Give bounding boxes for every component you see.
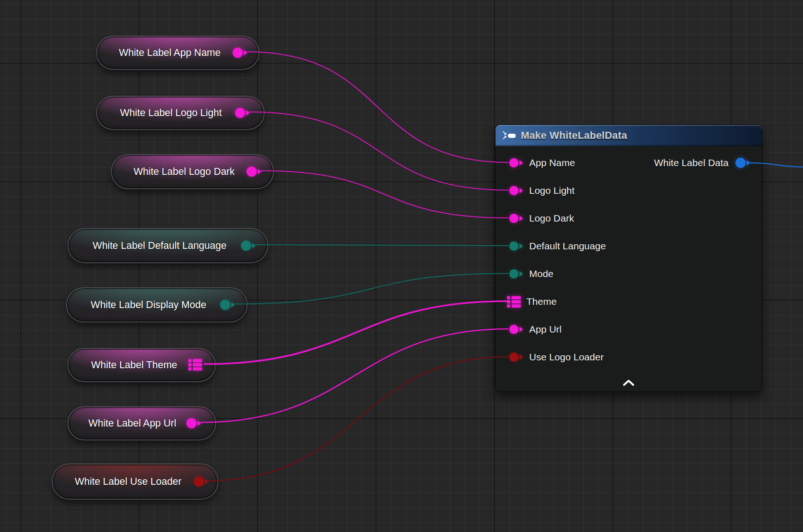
chevron-up-icon: [622, 379, 636, 386]
output-pin-icon[interactable]: [735, 156, 751, 169]
variable-node-white-label-app-url[interactable]: White Label App Url: [68, 406, 216, 440]
input-pin-label: Use Logo Loader: [529, 352, 604, 363]
input-pin-row-logo-dark: Logo Dark: [495, 204, 574, 232]
input-pin-label: App Name: [529, 157, 575, 168]
input-pin-row-app-url: App Url: [495, 315, 562, 343]
output-pin-row-white-label-data: White Label Data: [654, 149, 751, 177]
node-header[interactable]: ↘↗ Make WhiteLabelData: [495, 125, 762, 146]
input-pin-icon[interactable]: [508, 351, 524, 363]
wire-2[interactable]: [261, 171, 508, 218]
variable-node-label: White Label Display Mode: [79, 288, 218, 322]
variable-node-label: White Label App Name: [109, 37, 230, 69]
input-pin-label: Theme: [526, 296, 556, 307]
variable-output-pin-icon[interactable]: [232, 46, 248, 59]
variable-output-pin-icon[interactable]: [193, 475, 209, 488]
input-pin-icon[interactable]: [508, 323, 524, 335]
input-pin-row-theme: Theme: [495, 288, 556, 315]
make-struct-icon: ↘↗: [502, 131, 516, 140]
variable-node-label: White Label Theme: [80, 349, 188, 381]
node-title: Make WhiteLabelData: [521, 130, 627, 142]
variable-node-white-label-theme[interactable]: White Label Theme: [68, 348, 216, 382]
wire-4[interactable]: [235, 273, 508, 304]
variable-node-white-label-app-name[interactable]: White Label App Name: [96, 36, 259, 70]
input-pin-label: Logo Dark: [529, 213, 574, 224]
input-pin-icon[interactable]: [508, 185, 524, 197]
collapse-node-button[interactable]: [617, 378, 640, 389]
input-pin-icon[interactable]: [508, 212, 524, 224]
variable-node-label: White Label Logo Dark: [124, 155, 244, 188]
variable-output-pin-struct-icon[interactable]: [188, 358, 202, 371]
wire-3[interactable]: [255, 245, 508, 246]
input-pin-row-use-logo-loader: Use Logo Loader: [495, 343, 604, 371]
variable-output-pin-icon[interactable]: [234, 106, 250, 119]
input-pin-label: Mode: [529, 268, 554, 279]
wire-5[interactable]: [204, 301, 507, 364]
variable-node-label: White Label App Url: [80, 407, 184, 439]
blueprint-graph-canvas[interactable]: White Label App Name White Label Logo Li…: [0, 0, 803, 532]
input-pin-icon[interactable]: [508, 268, 524, 280]
variable-output-pin-icon[interactable]: [246, 165, 262, 178]
variable-node-white-label-logo-dark[interactable]: White Label Logo Dark: [111, 154, 274, 189]
wire-6[interactable]: [201, 329, 508, 422]
input-pin-row-default-language: Default Language: [495, 232, 606, 260]
wire-7[interactable]: [208, 357, 508, 481]
variable-node-white-label-logo-light[interactable]: White Label Logo Light: [96, 96, 265, 130]
variable-output-pin-icon[interactable]: [240, 239, 256, 252]
input-pin-struct-icon[interactable]: [507, 295, 521, 309]
input-pin-label: Default Language: [529, 241, 606, 252]
input-pin-label: Logo Light: [529, 185, 574, 196]
variable-node-label: White Label Logo Light: [109, 97, 233, 129]
variable-node-white-label-default-language[interactable]: White Label Default Language: [68, 228, 268, 263]
variable-output-pin-icon[interactable]: [185, 417, 202, 430]
make-whitelabeldata-node[interactable]: ↘↗ Make WhiteLabelData App Name Logo Lig…: [495, 124, 762, 392]
input-pin-icon[interactable]: [508, 240, 524, 252]
variable-node-label: White Label Use Loader: [65, 464, 191, 499]
variable-node-white-label-use-loader[interactable]: White Label Use Loader: [52, 464, 218, 500]
variable-output-pin-icon[interactable]: [219, 298, 235, 311]
variable-node-white-label-display-mode[interactable]: White Label Display Mode: [66, 287, 247, 322]
wire-1[interactable]: [249, 112, 508, 190]
input-pin-row-app-name: App Name: [495, 149, 575, 177]
input-pin-row-mode: Mode: [495, 260, 554, 288]
input-pin-label: App Url: [529, 324, 562, 335]
variable-node-label: White Label Default Language: [80, 229, 239, 262]
input-pin-icon[interactable]: [508, 157, 524, 169]
output-pin-label: White Label Data: [654, 157, 729, 168]
wire-0[interactable]: [247, 52, 508, 162]
input-pin-row-logo-light: Logo Light: [495, 177, 574, 204]
